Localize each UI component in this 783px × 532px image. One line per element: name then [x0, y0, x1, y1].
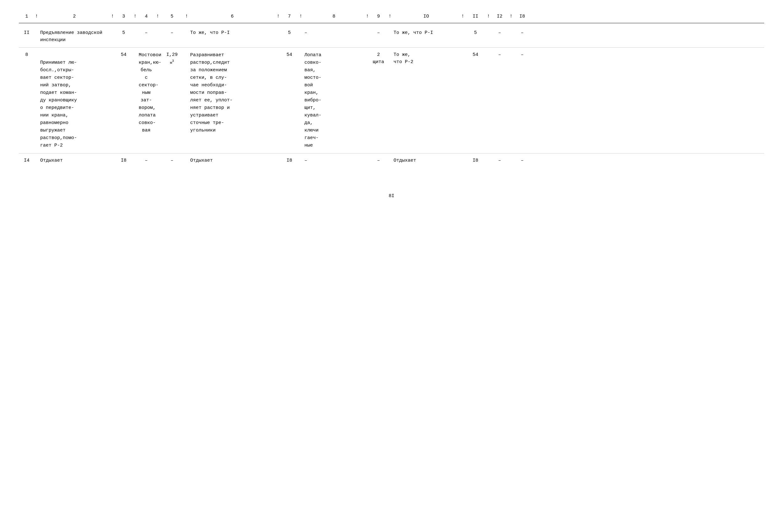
row2-col2: Принимает лю-босл.,откры-вает сектор-ний… — [38, 51, 111, 150]
r3div8 — [365, 157, 369, 158]
r1div1 — [34, 29, 38, 30]
div9: ! — [388, 12, 392, 21]
data-row-3: I4 Отдыхает I8 – – Отдыхает I8 – – Отдых… — [19, 154, 764, 168]
r1div5 — [185, 29, 188, 30]
table-wrapper: 1 ! 2 ! 3 ! 4 ! 5 ! 6 ! 7 ! 8 ! 9 ! IO !… — [19, 12, 764, 168]
r3div1 — [34, 157, 38, 158]
row2-col3: 54 — [114, 51, 133, 59]
div2: ! — [111, 12, 114, 21]
div5: ! — [185, 12, 188, 21]
r2div1 — [34, 51, 38, 52]
header-col5: 5 — [159, 12, 185, 21]
row2-col8: Лопатасовко-вая,мосто-войкран,вибро-щит,… — [303, 51, 365, 150]
div4: ! — [156, 12, 159, 21]
r1div9 — [388, 29, 392, 30]
r2div6 — [276, 51, 280, 52]
header-col7: 7 — [280, 12, 299, 21]
row2-col4: Мостовоикран,кю-бель ссектор-ным зат-вор… — [137, 51, 156, 135]
div3: ! — [133, 12, 137, 21]
row1-col11: 5 — [465, 29, 487, 37]
r3div10 — [461, 157, 465, 158]
page-container: 1 ! 2 ! 3 ! 4 ! 5 ! 6 ! 7 ! 8 ! 9 ! IO !… — [19, 12, 764, 199]
r1div7 — [299, 29, 303, 30]
row2-col13: – — [513, 51, 532, 59]
header-col9: 9 — [369, 12, 388, 21]
r1div12 — [509, 29, 513, 30]
r2div7 — [299, 51, 303, 52]
row3-col4: – — [137, 157, 156, 165]
r1div2 — [111, 29, 114, 30]
row1-col5: – — [159, 29, 185, 37]
row2-col10: То же,что Р-2 — [392, 51, 461, 66]
row1-col10: То же, что Р-I — [392, 29, 461, 37]
row2-col12: – — [490, 51, 509, 59]
div10: ! — [461, 12, 465, 21]
header-col11: II — [465, 12, 487, 21]
row3-col5: – — [159, 157, 185, 165]
r2div12 — [509, 51, 513, 52]
row2-col1: 8 — [19, 51, 34, 59]
header-row: 1 ! 2 ! 3 ! 4 ! 5 ! 6 ! 7 ! 8 ! 9 ! IO !… — [19, 12, 764, 23]
div7: ! — [299, 12, 303, 21]
r2div2 — [111, 51, 114, 52]
header-col6: 6 — [188, 12, 276, 21]
row3-col2: Отдыхает — [38, 157, 111, 165]
r3div11 — [487, 157, 490, 158]
r1div11 — [487, 29, 490, 30]
row3-col11: I8 — [465, 157, 487, 165]
header-col8: 8 — [303, 12, 365, 21]
row2-col6: Разравниваетраствор,следитза положениемс… — [188, 51, 276, 135]
r1div6 — [276, 29, 280, 30]
row1-col8: – — [303, 29, 365, 37]
row1-col9: – — [369, 29, 388, 37]
row1-col13: – — [513, 29, 532, 37]
r2div10 — [461, 51, 465, 52]
row1-col2: Предъявление заводской инспекции — [38, 29, 111, 44]
header-col2: 2 — [38, 12, 111, 21]
r2div5 — [185, 51, 188, 52]
row2-col5: I,29м3 — [159, 51, 185, 67]
div11: ! — [487, 12, 490, 21]
r3div3 — [133, 157, 137, 158]
row3-col9: – — [369, 157, 388, 165]
r3div6 — [276, 157, 280, 158]
r1div3 — [133, 29, 137, 30]
row3-col13: – — [513, 157, 532, 165]
div1: ! — [34, 12, 38, 21]
r2div8 — [365, 51, 369, 52]
r3div9 — [388, 157, 392, 158]
row3-col1: I4 — [19, 157, 34, 165]
r3div12 — [509, 157, 513, 158]
row1-col1: II — [19, 29, 34, 37]
row3-col8: – — [303, 157, 365, 165]
row3-col6: Отдыхает — [188, 157, 276, 165]
div8: ! — [365, 12, 369, 21]
r1div10 — [461, 29, 465, 30]
data-row-2: 8 Принимает лю-босл.,откры-вает сектор-н… — [19, 48, 764, 154]
row2-col9: 2щита — [369, 51, 388, 66]
header-col13: I8 — [513, 12, 532, 21]
row1-col3: 5 — [114, 29, 133, 37]
r2div3 — [133, 51, 137, 52]
header-col3: 3 — [114, 12, 133, 21]
row2-col7: 54 — [280, 51, 299, 59]
header-col4: 4 — [137, 12, 156, 21]
r2div4 — [156, 51, 159, 52]
row3-col3: I8 — [114, 157, 133, 165]
data-row-1: II Предъявление заводской инспекции 5 – … — [19, 26, 764, 48]
row3-col12: – — [490, 157, 509, 165]
page-number: 8I — [19, 193, 764, 199]
r3div5 — [185, 157, 188, 158]
row3-col10: Отдыхает — [392, 157, 461, 165]
r3div2 — [111, 157, 114, 158]
r1div8 — [365, 29, 369, 30]
div12: ! — [509, 12, 513, 21]
row2-col11: 54 — [465, 51, 487, 59]
row1-col7: 5 — [280, 29, 299, 37]
r2div9 — [388, 51, 392, 52]
header-col12: I2 — [490, 12, 509, 21]
div6: ! — [276, 12, 280, 21]
r3div7 — [299, 157, 303, 158]
r3div4 — [156, 157, 159, 158]
row1-col4: – — [137, 29, 156, 37]
